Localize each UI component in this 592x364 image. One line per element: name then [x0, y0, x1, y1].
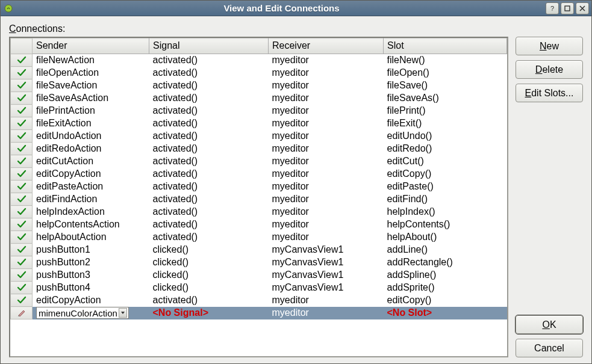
- sender-cell[interactable]: helpAboutAction: [33, 231, 149, 244]
- sender-cell[interactable]: editCopyAction: [33, 294, 149, 307]
- slot-cell[interactable]: fileSave(): [384, 79, 507, 92]
- sender-cell[interactable]: editUndoAction: [33, 130, 149, 143]
- table-row[interactable]: mimenuColorAction<No Signal>myeditor<No …: [11, 307, 507, 319]
- table-row[interactable]: helpAboutActionactivated()myeditorhelpAb…: [11, 231, 507, 244]
- slot-cell[interactable]: addSpline(): [384, 269, 507, 282]
- signal-cell[interactable]: activated(): [149, 67, 269, 79]
- table-row[interactable]: editCopyActionactivated()myeditoreditCop…: [11, 294, 507, 307]
- receiver-cell[interactable]: myCanvasView1: [269, 269, 384, 282]
- receiver-cell[interactable]: myeditor: [269, 92, 384, 105]
- slot-cell[interactable]: <No Slot>: [384, 307, 507, 319]
- signal-cell[interactable]: activated(): [149, 231, 269, 244]
- table-row[interactable]: editRedoActionactivated()myeditoreditRed…: [11, 143, 507, 155]
- signal-cell[interactable]: <No Signal>: [149, 307, 269, 319]
- sender-cell[interactable]: editCutAction: [33, 155, 149, 168]
- sender-cell[interactable]: fileExitAction: [33, 117, 149, 130]
- signal-cell[interactable]: activated(): [149, 143, 269, 155]
- table-row[interactable]: editUndoActionactivated()myeditoreditUnd…: [11, 130, 507, 143]
- slot-cell[interactable]: fileSaveAs(): [384, 92, 507, 105]
- signal-cell[interactable]: clicked(): [149, 269, 269, 282]
- slot-cell[interactable]: editCut(): [384, 155, 507, 168]
- signal-cell[interactable]: activated(): [149, 294, 269, 307]
- signal-cell[interactable]: activated(): [149, 218, 269, 231]
- sender-cell[interactable]: editFindAction: [33, 193, 149, 206]
- slot-cell[interactable]: helpContents(): [384, 218, 507, 231]
- sender-cell[interactable]: editPasteAction: [33, 180, 149, 193]
- signal-cell[interactable]: clicked(): [149, 244, 269, 256]
- sender-cell[interactable]: pushButton2: [33, 256, 149, 269]
- sender-cell[interactable]: helpIndexAction: [33, 206, 149, 218]
- edit-slots-button[interactable]: Edit Slots...: [516, 84, 583, 102]
- receiver-cell[interactable]: myeditor: [269, 143, 384, 155]
- table-row[interactable]: fileExitActionactivated()myeditorfileExi…: [11, 117, 507, 130]
- table-row[interactable]: editCopyActionactivated()myeditoreditCop…: [11, 168, 507, 180]
- sender-cell[interactable]: mimenuColorAction: [33, 307, 149, 319]
- table-row[interactable]: pushButton1clicked()myCanvasView1addLine…: [11, 244, 507, 256]
- receiver-cell[interactable]: myeditor: [269, 155, 384, 168]
- slot-cell[interactable]: filePrint(): [384, 105, 507, 117]
- signal-cell[interactable]: activated(): [149, 155, 269, 168]
- help-button[interactable]: ?: [546, 2, 559, 14]
- slot-cell[interactable]: helpAbout(): [384, 231, 507, 244]
- column-header-sender[interactable]: Sender: [33, 39, 149, 54]
- sender-cell[interactable]: fileNewAction: [33, 54, 149, 67]
- table-row[interactable]: pushButton3clicked()myCanvasView1addSpli…: [11, 269, 507, 282]
- slot-cell[interactable]: addSprite(): [384, 282, 507, 294]
- receiver-cell[interactable]: myeditor: [269, 193, 384, 206]
- table-row[interactable]: helpIndexActionactivated()myeditorhelpIn…: [11, 206, 507, 218]
- receiver-cell[interactable]: myeditor: [269, 168, 384, 180]
- receiver-cell[interactable]: myeditor: [269, 206, 384, 218]
- signal-cell[interactable]: activated(): [149, 105, 269, 117]
- receiver-cell[interactable]: myeditor: [269, 130, 384, 143]
- column-header-status[interactable]: [11, 39, 33, 54]
- sender-cell[interactable]: pushButton1: [33, 244, 149, 256]
- signal-cell[interactable]: activated(): [149, 117, 269, 130]
- slot-cell[interactable]: addLine(): [384, 244, 507, 256]
- slot-cell[interactable]: editCopy(): [384, 294, 507, 307]
- table-row[interactable]: fileNewActionactivated()myeditorfileNew(…: [11, 54, 507, 67]
- signal-cell[interactable]: activated(): [149, 168, 269, 180]
- sender-cell[interactable]: editRedoAction: [33, 143, 149, 155]
- table-row[interactable]: editCutActionactivated()myeditoreditCut(…: [11, 155, 507, 168]
- close-button[interactable]: [576, 2, 589, 14]
- slot-cell[interactable]: fileExit(): [384, 117, 507, 130]
- delete-button[interactable]: Delete: [516, 60, 583, 79]
- sender-cell[interactable]: fileSaveAction: [33, 79, 149, 92]
- slot-cell[interactable]: editCopy(): [384, 168, 507, 180]
- sender-cell[interactable]: pushButton4: [33, 282, 149, 294]
- column-header-slot[interactable]: Slot: [384, 39, 507, 54]
- table-row[interactable]: fileOpenActionactivated()myeditorfileOpe…: [11, 67, 507, 79]
- slot-cell[interactable]: helpIndex(): [384, 206, 507, 218]
- cancel-button[interactable]: Cancel: [516, 339, 583, 357]
- receiver-cell[interactable]: myeditor: [269, 67, 384, 79]
- receiver-cell[interactable]: myCanvasView1: [269, 244, 384, 256]
- table-row[interactable]: fileSaveActionactivated()myeditorfileSav…: [11, 79, 507, 92]
- receiver-cell[interactable]: myCanvasView1: [269, 282, 384, 294]
- signal-cell[interactable]: clicked(): [149, 282, 269, 294]
- slot-cell[interactable]: addRectangle(): [384, 256, 507, 269]
- sender-cell[interactable]: helpContentsAction: [33, 218, 149, 231]
- sender-cell[interactable]: fileOpenAction: [33, 67, 149, 79]
- column-header-receiver[interactable]: Receiver: [269, 39, 384, 54]
- connections-table[interactable]: Sender Signal Receiver Slot fileNewActio…: [10, 38, 507, 319]
- sender-combobox[interactable]: mimenuColorAction: [36, 307, 129, 319]
- receiver-cell[interactable]: myeditor: [269, 54, 384, 67]
- slot-cell[interactable]: fileNew(): [384, 54, 507, 67]
- table-row[interactable]: pushButton4clicked()myCanvasView1addSpri…: [11, 282, 507, 294]
- receiver-cell[interactable]: myeditor: [269, 117, 384, 130]
- receiver-cell[interactable]: myeditor: [269, 105, 384, 117]
- receiver-cell[interactable]: myeditor: [269, 231, 384, 244]
- table-row[interactable]: fileSaveAsActionactivated()myeditorfileS…: [11, 92, 507, 105]
- sender-cell[interactable]: filePrintAction: [33, 105, 149, 117]
- table-row[interactable]: filePrintActionactivated()myeditorfilePr…: [11, 105, 507, 117]
- column-header-signal[interactable]: Signal: [149, 39, 269, 54]
- new-button[interactable]: New: [516, 37, 583, 55]
- chevron-down-icon[interactable]: [119, 308, 127, 318]
- slot-cell[interactable]: fileOpen(): [384, 67, 507, 79]
- sender-cell[interactable]: editCopyAction: [33, 168, 149, 180]
- slot-cell[interactable]: editPaste(): [384, 180, 507, 193]
- signal-cell[interactable]: activated(): [149, 206, 269, 218]
- slot-cell[interactable]: editUndo(): [384, 130, 507, 143]
- table-row[interactable]: editFindActionactivated()myeditoreditFin…: [11, 193, 507, 206]
- table-row[interactable]: pushButton2clicked()myCanvasView1addRect…: [11, 256, 507, 269]
